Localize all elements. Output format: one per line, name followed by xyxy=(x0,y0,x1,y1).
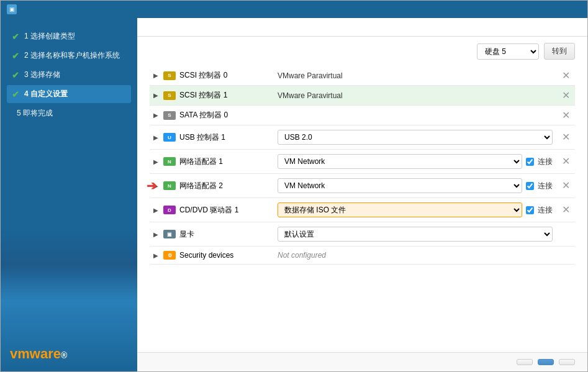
expand-arrow-scsi0: ▶ xyxy=(153,72,158,79)
device-row-dvd1: ▶DCD/DVD 驱动器 1 数据存储 ISO 文件 连接 ✕ xyxy=(150,198,575,222)
device-value-cell-net1: VM Network 连接 xyxy=(274,150,556,174)
device-row-scsi1: ▶SSCSI 控制器 1VMware Paravirtual✕ xyxy=(150,86,575,106)
next-button[interactable] xyxy=(538,359,554,365)
check-icon-2: ✔ xyxy=(12,51,19,61)
remove-button-scsi0[interactable]: ✕ xyxy=(562,71,570,81)
device-label-security: Security devices xyxy=(179,251,233,260)
remove-button-net2[interactable]: ✕ xyxy=(562,181,570,191)
main-body: 硬盘 5 转到 ▶SSCSI 控制器 0VMware Paravirtual✕▶… xyxy=(137,37,587,352)
arrow-indicator: ➔ xyxy=(147,178,157,193)
step-label-2: 2 选择名称和客户机操作系统 xyxy=(24,50,120,61)
not-configured-security: Not configured xyxy=(278,251,326,260)
extra-button[interactable] xyxy=(559,359,575,365)
sidebar-step-5[interactable]: 5 即将完成 xyxy=(7,104,131,122)
display-device-icon: ▣ xyxy=(163,230,176,238)
prev-button[interactable] xyxy=(517,359,533,365)
device-label-dvd1: CD/DVD 驱动器 1 xyxy=(179,205,238,215)
bottom-toolbar xyxy=(137,352,587,371)
hardware-table: ▶SSCSI 控制器 0VMware Paravirtual✕▶SSCSI 控制… xyxy=(150,66,575,265)
device-name-net1: ▶N网络适配器 1 xyxy=(153,157,270,167)
step-label-3: 3 选择存储 xyxy=(24,70,60,80)
value-select-usb1[interactable]: USB 2.0 xyxy=(278,130,553,145)
sidebar-step-3[interactable]: ✔3 选择存储 xyxy=(7,66,131,84)
remove-button-scsi1[interactable]: ✕ xyxy=(562,91,570,101)
device-label-display: 显卡 xyxy=(179,229,194,240)
value-select-dvd1[interactable]: 数据存储 ISO 文件 xyxy=(278,202,522,217)
device-label-usb1: USB 控制器 1 xyxy=(179,132,225,143)
device-label-scsi1: SCSI 控制器 1 xyxy=(179,90,227,101)
main-area: 硬盘 5 转到 ▶SSCSI 控制器 0VMware Paravirtual✕▶… xyxy=(137,18,587,371)
remove-cell-net2[interactable]: ✕ xyxy=(556,174,575,198)
device-value-cell-security: Not configured xyxy=(274,247,556,265)
net-device-icon: N xyxy=(163,157,176,166)
expand-arrow-sata0: ▶ xyxy=(153,112,158,119)
connect-checkbox-net2[interactable] xyxy=(526,182,534,190)
check-icon-4: ✔ xyxy=(12,89,19,99)
value-select-display[interactable]: 默认设置 xyxy=(278,227,553,242)
remove-cell-scsi0[interactable]: ✕ xyxy=(556,66,575,86)
toolbar-row: 硬盘 5 转到 xyxy=(150,43,575,60)
device-row-net1: ▶N网络适配器 1 VM Network 连接 ✕ xyxy=(150,150,575,174)
device-label-sata0: SATA 控制器 0 xyxy=(179,110,228,120)
vmware-logo-text: vmware® xyxy=(10,346,128,362)
sidebar: ✔1 选择创建类型✔2 选择名称和客户机操作系统✔3 选择存储✔4 自定义设置5… xyxy=(1,18,137,371)
device-value-cell-display: 默认设置 xyxy=(274,222,556,247)
remove-cell-sata0[interactable]: ✕ xyxy=(556,106,575,125)
device-name-sata0: ▶SSATA 控制器 0 xyxy=(153,110,270,120)
connect-label-dvd1: 连接 xyxy=(538,205,553,215)
device-row-net2: ▶N网络适配器 2➔ VM Network 连接 ✕ xyxy=(150,174,575,198)
step-label-5: 5 即将完成 xyxy=(17,108,53,119)
device-value-cell-usb1: USB 2.0 xyxy=(274,125,556,150)
sidebar-logo: vmware® xyxy=(1,337,137,371)
device-value-cell-sata0 xyxy=(274,106,556,125)
expand-arrow-net1: ▶ xyxy=(153,158,158,165)
device-name-cell-usb1: ▶UUSB 控制器 1 xyxy=(150,125,274,150)
scsi-device-icon: S xyxy=(163,91,176,100)
remove-button-sata0[interactable]: ✕ xyxy=(562,111,570,120)
title-bar-icon: ▣ xyxy=(7,4,17,14)
remove-button-dvd1[interactable]: ✕ xyxy=(562,205,570,215)
value-cell-net1: VM Network 连接 xyxy=(278,154,553,169)
connect-checkbox-net1[interactable] xyxy=(526,158,534,166)
remove-button-usb1[interactable]: ✕ xyxy=(562,132,570,142)
value-cell-dvd1: 数据存储 ISO 文件 连接 xyxy=(278,202,553,217)
sidebar-step-4[interactable]: ✔4 自定义设置 xyxy=(7,85,131,103)
device-name-scsi1: ▶SSCSI 控制器 1 xyxy=(153,90,270,101)
device-name-dvd1: ▶DCD/DVD 驱动器 1 xyxy=(153,205,270,215)
device-name-security: ▶⚙Security devices xyxy=(153,251,270,260)
value-text-scsi1: VMware Paravirtual xyxy=(278,91,343,100)
goto-button[interactable]: 转到 xyxy=(544,43,575,60)
device-name-cell-scsi1: ▶SSCSI 控制器 1 xyxy=(150,86,274,106)
expand-arrow-dvd1: ▶ xyxy=(153,207,158,214)
remove-cell-dvd1[interactable]: ✕ xyxy=(556,198,575,222)
device-name-cell-scsi0: ▶SSCSI 控制器 0 xyxy=(150,66,274,86)
value-text-scsi0: VMware Paravirtual xyxy=(278,71,343,80)
remove-cell-scsi1[interactable]: ✕ xyxy=(556,86,575,106)
registered-mark: ® xyxy=(61,350,67,360)
device-name-cell-dvd1: ▶DCD/DVD 驱动器 1 xyxy=(150,198,274,222)
device-name-cell-security: ▶⚙Security devices xyxy=(150,247,274,265)
sidebar-step-1[interactable]: ✔1 选择创建类型 xyxy=(7,27,131,45)
value-select-net2[interactable]: VM Network xyxy=(278,178,522,193)
vm-wizard-window: ▣ ✔1 选择创建类型✔2 选择名称和客户机操作系统✔3 选择存储✔4 自定义设… xyxy=(0,0,588,372)
remove-button-net1[interactable]: ✕ xyxy=(562,157,570,166)
connect-checkbox-dvd1[interactable] xyxy=(526,206,534,214)
value-select-net1[interactable]: VM Network xyxy=(278,154,522,169)
device-row-sata0: ▶SSATA 控制器 0✕ xyxy=(150,106,575,125)
remove-cell-net1[interactable]: ✕ xyxy=(556,150,575,174)
main-header xyxy=(137,18,587,37)
bottom-buttons xyxy=(517,359,575,365)
remove-cell-usb1[interactable]: ✕ xyxy=(556,125,575,150)
device-name-cell-sata0: ▶SSATA 控制器 0 xyxy=(150,106,274,125)
device-label-net2: 网络适配器 2 xyxy=(179,181,223,191)
device-name-scsi0: ▶SSCSI 控制器 0 xyxy=(153,70,270,81)
sidebar-step-2[interactable]: ✔2 选择名称和客户机操作系统 xyxy=(7,47,131,65)
disk-select[interactable]: 硬盘 5 xyxy=(477,43,539,60)
step-label-4: 4 自定义设置 xyxy=(24,89,68,99)
expand-arrow-security: ▶ xyxy=(153,252,158,259)
device-name-cell-net2: ▶N网络适配器 2➔ xyxy=(150,174,274,198)
expand-arrow-display: ▶ xyxy=(153,231,158,238)
security-device-icon: ⚙ xyxy=(163,251,176,260)
device-value-cell-scsi1: VMware Paravirtual xyxy=(274,86,556,106)
device-name-usb1: ▶UUSB 控制器 1 xyxy=(153,132,270,143)
